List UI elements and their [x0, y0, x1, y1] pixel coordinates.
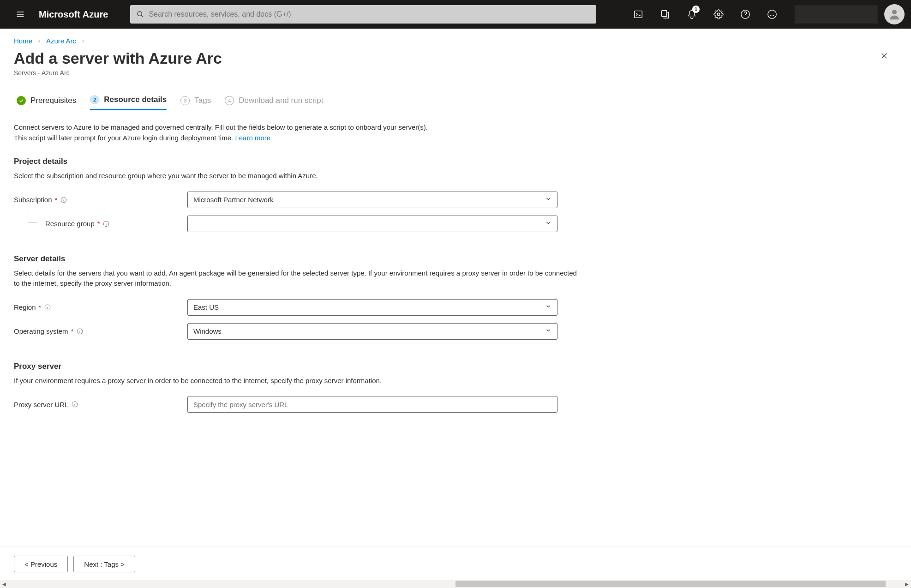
hamburger-icon[interactable]	[11, 5, 30, 24]
page-header: Add a server with Azure Arc Servers - Az…	[0, 45, 911, 77]
page-subtitle: Servers - Azure Arc	[14, 69, 222, 77]
os-dropdown[interactable]: Windows	[187, 323, 557, 340]
cloud-shell-icon[interactable]	[625, 1, 652, 28]
notification-badge: 1	[692, 6, 700, 13]
project-details-desc: Select the subscription and resource gro…	[14, 171, 577, 181]
info-icon[interactable]	[60, 196, 67, 203]
topbar: Microsoft Azure 1	[0, 0, 911, 29]
step-label: Prerequisites	[30, 96, 76, 105]
proxy-url-input[interactable]	[193, 396, 551, 412]
subscription-value: Microsoft Partner Network	[193, 196, 273, 204]
required-marker: *	[71, 327, 74, 335]
svg-point-6	[892, 10, 897, 14]
subscription-label: Subscription *	[14, 196, 187, 204]
scroll-right-icon[interactable]: ▶	[904, 582, 910, 587]
subscription-row: Subscription * Microsoft Partner Network	[14, 192, 577, 208]
info-icon[interactable]	[71, 401, 78, 408]
required-marker: *	[39, 303, 42, 311]
region-row: Region * East US	[14, 299, 577, 316]
search-input[interactable]	[149, 10, 590, 18]
feedback-smile-icon[interactable]	[759, 1, 785, 28]
svg-point-3	[717, 13, 720, 16]
wizard-steps: Prerequisites 2 Resource details 3 Tags …	[0, 77, 911, 110]
proxy-desc: If your environment requires a proxy ser…	[14, 376, 577, 386]
intro-line1: Connect servers to Azure to be managed a…	[14, 123, 428, 131]
server-details-heading: Server details	[14, 254, 577, 264]
svg-rect-2	[662, 11, 667, 17]
notifications-icon[interactable]: 1	[678, 1, 705, 28]
previous-button[interactable]: < Previous	[14, 556, 68, 572]
resource-group-dropdown[interactable]	[187, 216, 557, 232]
horizontal-scrollbar[interactable]: ◀ ▶	[0, 580, 911, 588]
main-content: Connect servers to Azure to be managed a…	[0, 110, 591, 475]
chevron-right-icon	[37, 37, 42, 45]
avatar[interactable]	[884, 4, 905, 24]
label-text: Proxy server URL	[14, 401, 68, 408]
os-value: Windows	[193, 327, 222, 335]
step-label: Tags	[194, 96, 211, 105]
label-text: Region	[14, 303, 36, 311]
resource-group-label: Resource group *	[45, 220, 187, 228]
proxy-heading: Proxy server	[14, 362, 577, 371]
breadcrumb: Home Azure Arc	[0, 29, 911, 45]
intro-text: Connect servers to Azure to be managed a…	[14, 122, 577, 143]
next-button[interactable]: Next : Tags >	[73, 556, 135, 572]
breadcrumb-azure-arc[interactable]: Azure Arc	[46, 37, 76, 45]
required-marker: *	[55, 196, 58, 204]
account-menu[interactable]	[785, 1, 906, 28]
region-value: East US	[193, 303, 219, 311]
step-number-icon: 3	[180, 96, 190, 105]
required-marker: *	[97, 220, 100, 228]
page-title: Add a server with Azure Arc	[14, 49, 222, 67]
info-icon[interactable]	[44, 304, 51, 311]
close-button[interactable]	[876, 48, 893, 64]
project-details-heading: Project details	[14, 157, 577, 166]
chevron-down-icon	[545, 303, 551, 311]
info-icon[interactable]	[76, 328, 83, 335]
step-resource-details[interactable]: 2 Resource details	[90, 95, 167, 110]
learn-more-link[interactable]: Learn more	[235, 134, 270, 142]
intro-line2: This script will later prompt for your A…	[14, 134, 235, 142]
directory-switch-icon[interactable]	[652, 1, 678, 28]
tree-connector-icon	[28, 211, 37, 223]
step-label: Resource details	[104, 95, 167, 104]
server-details-desc: Select details for the servers that you …	[14, 268, 577, 289]
help-icon[interactable]	[732, 1, 759, 28]
scrollbar-track[interactable]	[7, 580, 904, 588]
settings-gear-icon[interactable]	[705, 1, 732, 28]
scroll-left-icon[interactable]: ◀	[1, 582, 7, 587]
svg-point-0	[138, 12, 142, 16]
label-text: Resource group	[45, 220, 95, 228]
chevron-right-icon	[81, 37, 85, 45]
os-label: Operating system *	[14, 327, 187, 335]
svg-point-5	[768, 10, 776, 18]
search-icon	[137, 11, 144, 18]
region-dropdown[interactable]: East US	[187, 299, 557, 316]
os-row: Operating system * Windows	[14, 323, 577, 340]
proxy-url-field[interactable]	[187, 396, 557, 413]
wizard-footer: < Previous Next : Tags >	[0, 546, 911, 580]
label-text: Subscription	[14, 196, 52, 204]
resource-group-row: Resource group *	[14, 216, 577, 232]
proxy-url-row: Proxy server URL	[14, 396, 577, 413]
svg-rect-1	[635, 11, 642, 18]
info-icon[interactable]	[103, 220, 110, 227]
chevron-down-icon	[545, 220, 551, 228]
global-search[interactable]	[130, 5, 596, 24]
account-name-redacted	[795, 5, 878, 24]
step-label: Download and run script	[239, 96, 323, 105]
proxy-url-label: Proxy server URL	[14, 401, 187, 408]
breadcrumb-home[interactable]: Home	[14, 37, 32, 45]
region-label: Region *	[14, 303, 187, 311]
label-text: Operating system	[14, 327, 68, 335]
scrollbar-thumb[interactable]	[456, 581, 886, 587]
step-tags[interactable]: 3 Tags	[180, 96, 211, 110]
chevron-down-icon	[545, 327, 551, 335]
step-number-icon: 4	[225, 96, 234, 105]
step-download-script[interactable]: 4 Download and run script	[225, 96, 323, 110]
brand-label: Microsoft Azure	[34, 9, 116, 20]
check-icon	[17, 96, 26, 105]
step-prerequisites[interactable]: Prerequisites	[17, 96, 76, 110]
chevron-down-icon	[545, 196, 551, 204]
subscription-dropdown[interactable]: Microsoft Partner Network	[187, 192, 557, 208]
